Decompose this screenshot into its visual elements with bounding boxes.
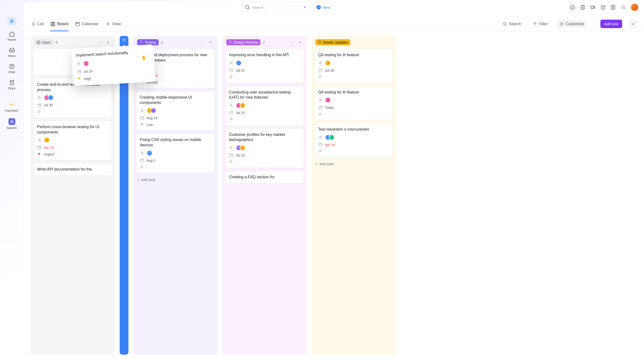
card-priority[interactable]: Urgent (37, 152, 108, 156)
card-assignees[interactable] (37, 95, 108, 100)
svg-point-24 (38, 139, 40, 140)
alarm-icon[interactable] (600, 4, 606, 10)
global-search[interactable]: ✦ (242, 2, 310, 12)
more-icon[interactable]: ⋯ (200, 40, 206, 45)
card-assignees[interactable] (37, 137, 108, 143)
card-date[interactable]: Today (318, 105, 389, 110)
svg-point-7 (623, 6, 624, 6)
ai-sparkle-icon[interactable]: ✦ (303, 5, 306, 9)
card-assignees[interactable] (76, 57, 150, 67)
card-assignees[interactable] (318, 60, 389, 66)
card-priority[interactable]: - (318, 75, 389, 80)
card-assignees[interactable] (140, 150, 211, 156)
svg-point-39 (230, 146, 232, 148)
plus-circle-icon: + (316, 5, 321, 10)
column-collapsed-in-progress[interactable]: In P (120, 36, 128, 355)
task-card[interactable]: Improving error handling in the API Jul … (225, 49, 304, 83)
user-avatar[interactable] (631, 4, 638, 11)
task-card[interactable]: Customer profiles for key market demogra… (225, 128, 304, 168)
tab-list[interactable]: List (30, 16, 44, 31)
card-assignees[interactable] (318, 134, 389, 140)
apps-grid-icon[interactable] (621, 4, 626, 10)
card-assignees[interactable] (229, 145, 300, 151)
check-circle-icon[interactable] (570, 4, 575, 10)
task-card[interactable]: Fixing CSS styling issues on mobile devi… (136, 134, 215, 173)
plus-icon[interactable]: + (208, 40, 214, 45)
card-date[interactable]: Jul 22 (229, 153, 300, 158)
card-date[interactable]: Apr 24 (37, 145, 108, 150)
chevron-down-icon[interactable]: ⌄ (15, 24, 20, 28)
card-date[interactable]: Jul 21 (229, 68, 300, 73)
card-priority[interactable]: - (229, 75, 300, 80)
new-button[interactable]: + New (312, 2, 334, 12)
task-card[interactable]: Creating a FAQ section for (225, 171, 304, 184)
task-card[interactable]: Perform cross-browser testing for UI com… (34, 121, 112, 160)
status-pill-needs-updates[interactable]: Needs Updates (316, 39, 350, 45)
status-pill-design-review[interactable]: Design Review (226, 39, 260, 45)
card-date[interactable]: Jul 24 (77, 66, 151, 74)
status-circle-icon (318, 40, 321, 44)
document-icon[interactable] (610, 4, 616, 10)
card-priority[interactable]: - (229, 160, 300, 164)
board-search[interactable]: Search (500, 20, 524, 28)
card-priority[interactable]: Low (140, 122, 211, 127)
card-date[interactable]: Jul 28 (318, 68, 389, 73)
sidebar-item-docs[interactable]: Docs (0, 77, 24, 92)
card-priority[interactable]: High (77, 73, 151, 82)
status-pill-testing[interactable]: Testing (137, 39, 159, 45)
add-task-column[interactable]: +Add task (136, 176, 215, 183)
more-icon[interactable]: ⋯ (289, 40, 294, 45)
card-priority[interactable] (318, 150, 389, 154)
tab-board[interactable]: Board (50, 16, 68, 31)
plus-icon[interactable]: + (297, 40, 303, 45)
status-pill-open[interactable]: Open (34, 39, 53, 45)
add-task-column[interactable]: +Add task (314, 160, 393, 168)
compass-icon (8, 118, 15, 125)
add-task-button[interactable]: Add task (600, 20, 622, 28)
task-card[interactable]: Write API documentation for the (34, 163, 112, 176)
task-card[interactable]: Conducting user acceptance testing (UAT)… (225, 86, 304, 126)
card-priority[interactable]: - (140, 165, 211, 170)
card-priority[interactable]: - (318, 112, 389, 116)
notepad-icon[interactable] (580, 4, 585, 10)
sidebar-item-home[interactable]: Home (0, 28, 24, 44)
workspace-letter: B (10, 19, 13, 24)
workspace-switcher[interactable]: B ⌄ (8, 17, 16, 26)
card-assignees[interactable] (318, 97, 389, 103)
sidebar-item-spaces[interactable]: Spaces (0, 116, 24, 132)
card-date[interactable]: Aug 2 (140, 158, 211, 163)
more-icon[interactable]: ⋯ (97, 40, 103, 45)
tab-add-view[interactable]: View (106, 16, 121, 31)
action-label: Customize (566, 22, 584, 26)
video-icon[interactable] (590, 4, 596, 10)
column-header: Open 5 ⋯ + (34, 39, 112, 46)
card-assignees[interactable] (140, 108, 211, 113)
card-priority[interactable]: - (37, 110, 108, 114)
task-card[interactable]: Creating mobile-responsive UI components… (136, 91, 215, 130)
task-card[interactable]: Test resolution o inaccuracies Apr 24 (314, 123, 393, 158)
dragging-task-card[interactable]: Implement search functionality ✋ Jul 24 … (71, 44, 156, 86)
card-priority[interactable]: - (229, 118, 300, 122)
person-icon (229, 146, 233, 150)
plus-icon[interactable]: + (105, 40, 111, 45)
task-card[interactable]: QA testing for th feature Jul 28 - (314, 49, 393, 83)
flag-icon (77, 77, 82, 82)
sidebar-item-inbox[interactable]: Inbox (0, 45, 24, 60)
card-date[interactable]: Aug 24 (140, 116, 211, 120)
column-header: Needs Updates (314, 39, 393, 46)
task-card[interactable]: QA testing for th feature Today - (314, 86, 393, 120)
more-chevron-button[interactable] (629, 20, 637, 28)
card-date[interactable]: Jul 22 (229, 111, 300, 115)
card-date[interactable]: Jul 30 (37, 103, 108, 107)
sidebar-item-favorites[interactable]: ★ Favorites (0, 98, 24, 115)
tab-calendar[interactable]: Calendar (75, 16, 98, 31)
filter-button[interactable]: Filter (530, 20, 550, 28)
sidebar-item-label: Docs (8, 86, 16, 90)
sidebar-item-chat[interactable]: Chat (0, 61, 24, 76)
card-assignees[interactable] (229, 60, 300, 66)
search-input[interactable] (252, 5, 302, 10)
customize-button[interactable]: Customize (557, 20, 586, 28)
card-assignees[interactable] (229, 102, 300, 108)
card-date[interactable]: Apr 24 (318, 143, 389, 147)
date-value: Today (325, 106, 334, 110)
